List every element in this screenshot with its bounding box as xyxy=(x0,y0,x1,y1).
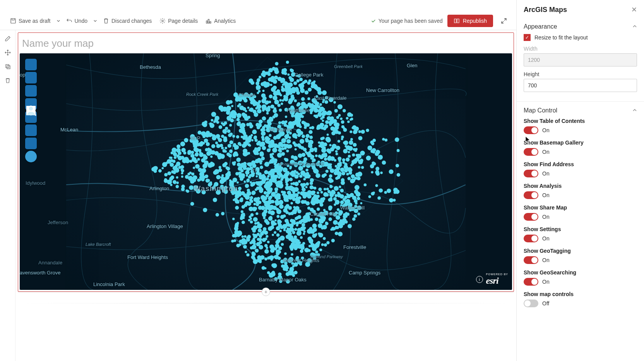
svg-point-1538 xyxy=(164,179,168,183)
svg-point-1606 xyxy=(269,245,274,249)
save-draft-button[interactable]: Save as draft xyxy=(6,15,55,26)
svg-point-1290 xyxy=(276,193,281,198)
analytics-button[interactable]: Analytics xyxy=(202,15,240,26)
svg-point-1566 xyxy=(343,127,345,129)
svg-point-967 xyxy=(355,148,358,150)
toggle-switch[interactable] xyxy=(524,191,538,199)
svg-point-1481 xyxy=(292,274,295,277)
svg-point-1726 xyxy=(257,223,262,228)
svg-point-1232 xyxy=(332,127,335,130)
appearance-section-header[interactable]: Appearance xyxy=(517,18,644,34)
editor-canvas: Washington Spring Bethesda College Park … xyxy=(15,30,516,361)
chevron-up-icon xyxy=(632,107,637,114)
svg-point-1014 xyxy=(299,78,303,81)
svg-point-1443 xyxy=(339,162,342,165)
svg-point-1314 xyxy=(181,172,183,174)
svg-point-1514 xyxy=(356,158,359,161)
svg-point-756 xyxy=(357,177,361,180)
svg-point-347 xyxy=(358,136,363,140)
svg-point-1652 xyxy=(298,145,302,149)
move-icon[interactable] xyxy=(4,49,12,56)
svg-point-1378 xyxy=(314,213,317,215)
svg-point-1071 xyxy=(235,153,238,157)
page-details-button[interactable]: Page details xyxy=(156,15,202,26)
info-icon[interactable]: i xyxy=(476,276,483,283)
height-input[interactable] xyxy=(524,79,637,92)
edit-icon[interactable] xyxy=(4,35,12,43)
svg-point-1172 xyxy=(292,231,295,234)
toggle-switch[interactable] xyxy=(524,126,538,134)
svg-point-1494 xyxy=(286,92,289,96)
svg-point-1350 xyxy=(279,200,284,205)
svg-point-1243 xyxy=(288,257,293,262)
delete-icon[interactable] xyxy=(4,77,12,84)
svg-point-619 xyxy=(312,191,315,194)
toggle-switch[interactable] xyxy=(524,170,538,177)
save-icon xyxy=(10,18,16,24)
map-title-input[interactable] xyxy=(20,34,512,53)
svg-point-1576 xyxy=(278,142,283,147)
close-button[interactable]: ✕ xyxy=(631,5,637,14)
svg-point-1772 xyxy=(397,149,400,152)
svg-point-870 xyxy=(231,105,233,107)
svg-point-227 xyxy=(286,139,291,144)
svg-point-1636 xyxy=(307,190,312,195)
svg-point-1181 xyxy=(311,230,315,234)
svg-point-1601 xyxy=(351,207,355,211)
svg-point-1460 xyxy=(257,126,260,129)
undo-button[interactable]: Undo xyxy=(62,15,91,26)
toggle-switch[interactable] xyxy=(524,148,538,156)
svg-point-895 xyxy=(274,96,276,98)
svg-point-593 xyxy=(252,192,255,195)
svg-point-1434 xyxy=(245,195,250,200)
republish-button[interactable]: Republish xyxy=(447,15,493,27)
check-icon xyxy=(371,18,376,24)
svg-point-1647 xyxy=(292,228,294,231)
add-section-button[interactable]: + xyxy=(262,288,270,296)
svg-point-1692 xyxy=(262,126,265,129)
svg-point-1441 xyxy=(294,272,296,274)
svg-rect-5 xyxy=(6,65,9,68)
svg-point-1446 xyxy=(291,271,293,273)
copy-icon[interactable] xyxy=(4,63,12,70)
svg-point-1059 xyxy=(254,207,257,210)
expand-button[interactable] xyxy=(498,15,510,27)
svg-point-1411 xyxy=(208,182,212,186)
svg-point-832 xyxy=(257,233,260,236)
svg-point-1475 xyxy=(307,174,310,177)
map-user-button[interactable] xyxy=(25,151,37,162)
svg-point-1301 xyxy=(191,151,194,154)
svg-point-811 xyxy=(336,153,338,155)
map-control-section-header[interactable]: Map Control xyxy=(517,102,644,118)
undo-chevron[interactable] xyxy=(91,19,99,23)
svg-point-1706 xyxy=(302,160,307,165)
svg-point-1253 xyxy=(328,151,331,153)
save-draft-chevron[interactable] xyxy=(55,19,62,23)
toggle-switch[interactable] xyxy=(524,213,538,221)
svg-point-1401 xyxy=(199,152,204,157)
svg-point-692 xyxy=(252,129,257,134)
svg-point-1719 xyxy=(250,99,255,104)
toggle-switch[interactable] xyxy=(524,278,538,286)
page-toolbar: Save as draft Undo Discard changes xyxy=(0,12,516,30)
resize-checkbox[interactable]: ✓ xyxy=(524,34,531,41)
svg-point-1407 xyxy=(309,136,313,139)
svg-point-1666 xyxy=(348,151,350,153)
svg-point-1309 xyxy=(347,194,351,198)
toggle-switch[interactable] xyxy=(524,256,538,264)
svg-point-1211 xyxy=(349,130,352,133)
svg-point-115 xyxy=(298,166,303,171)
toggle-switch[interactable] xyxy=(524,300,538,307)
svg-point-1189 xyxy=(253,217,258,222)
svg-point-1621 xyxy=(172,148,177,153)
discard-icon xyxy=(103,18,109,24)
discard-button[interactable]: Discard changes xyxy=(99,15,156,26)
svg-point-925 xyxy=(319,213,322,217)
svg-point-1200 xyxy=(279,221,282,223)
svg-point-1476 xyxy=(262,74,266,77)
svg-point-1646 xyxy=(290,68,293,71)
svg-point-917 xyxy=(302,188,306,191)
toggle-switch[interactable] xyxy=(524,235,538,242)
svg-point-1593 xyxy=(270,225,274,229)
map-view[interactable]: Washington Spring Bethesda College Park … xyxy=(20,53,512,290)
